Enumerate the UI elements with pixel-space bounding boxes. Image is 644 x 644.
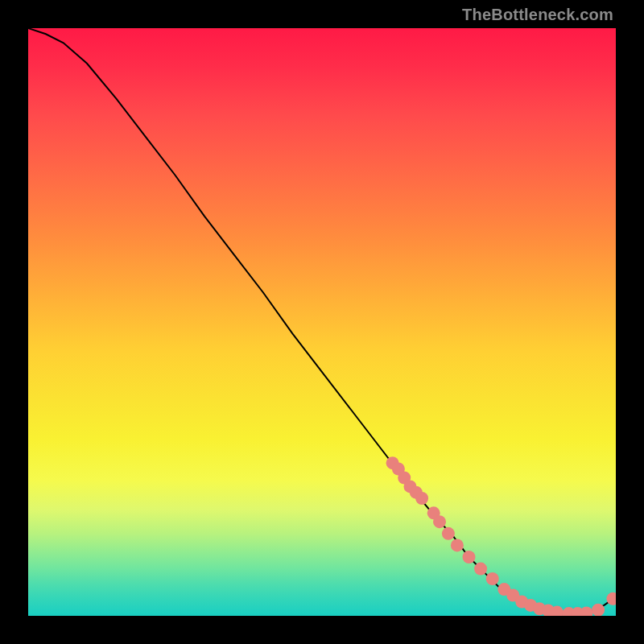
marker-dot bbox=[486, 572, 499, 585]
marker-dot bbox=[442, 527, 455, 540]
marker-dots bbox=[386, 456, 616, 616]
marker-dot bbox=[415, 492, 428, 505]
marker-dot bbox=[463, 551, 476, 564]
watermark-text: TheBottleneck.com bbox=[462, 6, 613, 24]
plot-area bbox=[28, 28, 616, 616]
marker-dot bbox=[433, 515, 446, 528]
chart-stage: TheBottleneck.com bbox=[0, 0, 644, 644]
marker-dot bbox=[580, 606, 593, 616]
marker-dot bbox=[592, 604, 605, 616]
bottleneck-curve bbox=[28, 28, 616, 613]
marker-dot bbox=[451, 539, 464, 551]
chart-svg bbox=[28, 28, 616, 616]
marker-dot bbox=[474, 563, 487, 576]
